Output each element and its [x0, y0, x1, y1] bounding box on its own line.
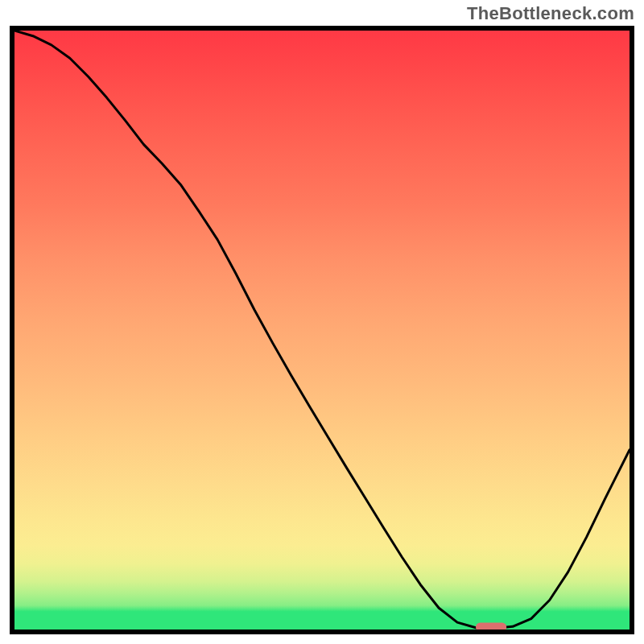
optimal-marker [476, 623, 506, 630]
bottleneck-curve [14, 31, 630, 629]
watermark-text: TheBottleneck.com [467, 3, 634, 24]
chart-svg [14, 31, 630, 630]
chart-frame [10, 26, 634, 634]
